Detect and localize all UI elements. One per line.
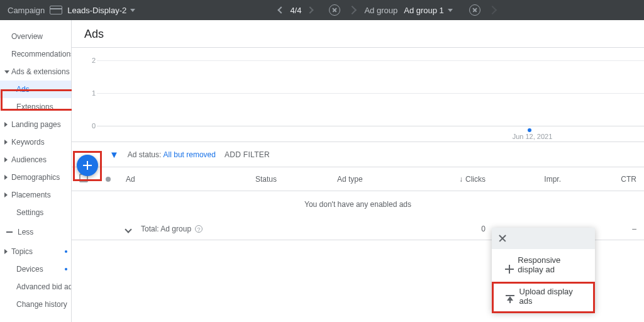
pager-text: 4/4: [290, 6, 301, 15]
add-filter-button[interactable]: ADD FILTER: [225, 150, 270, 159]
campaign-type-icon: [50, 6, 62, 14]
main-content: Ads 2 1 0 Jun 12, 2021 ▼ Ad status: All …: [72, 20, 644, 322]
total-clicks: 0: [424, 218, 493, 240]
indicator-dot-icon: [65, 250, 67, 253]
filter-chip[interactable]: Ad status: All but removed: [128, 150, 216, 159]
menu-item-upload-display-ads[interactable]: Upload display ads: [492, 280, 595, 312]
prev-icon[interactable]: [278, 6, 285, 13]
add-ad-button[interactable]: [77, 155, 98, 176]
help-icon[interactable]: ?: [195, 225, 203, 233]
sidebar-item-demographics[interactable]: Demographics: [0, 169, 71, 186]
empty-state-message: You don't have any enabled ads: [72, 191, 644, 218]
filter-value: All but removed: [164, 150, 216, 159]
sidebar-item-change-history[interactable]: Change history: [0, 296, 71, 313]
sidebar-item-placements[interactable]: Placements: [0, 186, 71, 204]
sidebar-item-audiences[interactable]: Audiences: [0, 151, 71, 169]
sidebar-item-extensions[interactable]: Extensions: [0, 98, 71, 116]
col-clicks[interactable]: ↓Clicks: [424, 167, 493, 191]
adgroup-name: Ad group 1: [404, 6, 444, 15]
chevron-down-icon: [130, 9, 135, 12]
indicator-dot-icon: [65, 268, 67, 270]
filter-label: Ad status:: [128, 150, 161, 159]
sidebar-less-toggle[interactable]: Less: [0, 221, 71, 243]
filter-icon[interactable]: ▼: [109, 149, 119, 160]
close-adgroup-icon[interactable]: [469, 4, 480, 16]
sidebar-item-advanced-bid[interactable]: Advanced bid adj.: [0, 278, 71, 296]
sidebar-item-recommendations[interactable]: Recommendations: [0, 45, 71, 63]
status-column-icon: [106, 177, 111, 182]
adgroup-label: Ad group: [364, 6, 397, 15]
minus-icon: [6, 231, 13, 233]
col-adtype[interactable]: Ad type: [330, 167, 424, 191]
col-ad[interactable]: Ad: [118, 167, 248, 191]
total-label: Total: Ad group: [141, 225, 191, 233]
menu-item-label: Responsive display ad: [518, 255, 586, 274]
page-header: Ads: [72, 20, 644, 48]
col-status[interactable]: Status: [248, 167, 330, 191]
sidebar-item-landing-pages[interactable]: Landing pages: [0, 116, 71, 133]
breadcrumb-chevron-icon: [348, 6, 357, 14]
col-impr[interactable]: Impr.: [493, 167, 569, 191]
campaign-name: Leads-Display-2: [67, 6, 126, 15]
page-title: Ads: [84, 28, 631, 41]
col-ctr[interactable]: CTR: [569, 167, 644, 191]
close-campaign-icon[interactable]: [329, 4, 340, 16]
breadcrumb-nav: 4/4 Ad group Ad group 1: [279, 4, 497, 16]
sidebar-item-overview[interactable]: Overview: [0, 28, 71, 45]
sort-desc-icon: ↓: [459, 175, 463, 184]
expand-total-icon[interactable]: [125, 226, 131, 233]
y-tick: 0: [92, 122, 96, 130]
sidebar-item-devices[interactable]: Devices: [0, 260, 71, 278]
sidebar-item-topics[interactable]: Topics: [0, 243, 71, 260]
menu-item-responsive-display-ad[interactable]: Responsive display ad: [492, 249, 595, 280]
filter-bar: ▼ Ad status: All but removed ADD FILTER: [72, 142, 644, 167]
x-tick: Jun 12, 2021: [513, 133, 553, 140]
sidebar: Overview Recommendations Ads & extension…: [0, 20, 72, 322]
campaign-label: Campaign: [8, 6, 45, 15]
sidebar-item-keywords[interactable]: Keywords: [0, 133, 71, 151]
adgroup-selector[interactable]: Ad group 1: [404, 6, 453, 15]
breadcrumb-chevron-icon: [488, 6, 497, 14]
y-tick: 1: [92, 89, 96, 97]
campaign-selector[interactable]: Leads-Display-2: [67, 6, 135, 15]
y-tick: 2: [92, 57, 96, 64]
menu-item-label: Upload display ads: [519, 287, 586, 306]
sidebar-item-ads[interactable]: Ads: [0, 80, 71, 98]
next-icon[interactable]: [307, 6, 314, 13]
close-icon[interactable]: [498, 234, 507, 243]
performance-chart[interactable]: 2 1 0 Jun 12, 2021: [72, 48, 644, 142]
chevron-down-icon: [448, 9, 453, 12]
top-bar: Campaign Leads-Display-2 4/4 Ad group Ad…: [0, 0, 644, 20]
sidebar-item-settings[interactable]: Settings: [0, 204, 71, 221]
add-ad-menu: Responsive display ad Upload display ads: [492, 228, 595, 312]
sidebar-item-ads-extensions[interactable]: Ads & extensions: [0, 63, 71, 80]
chart-data-point: [528, 128, 531, 132]
popup-header: [492, 228, 595, 249]
